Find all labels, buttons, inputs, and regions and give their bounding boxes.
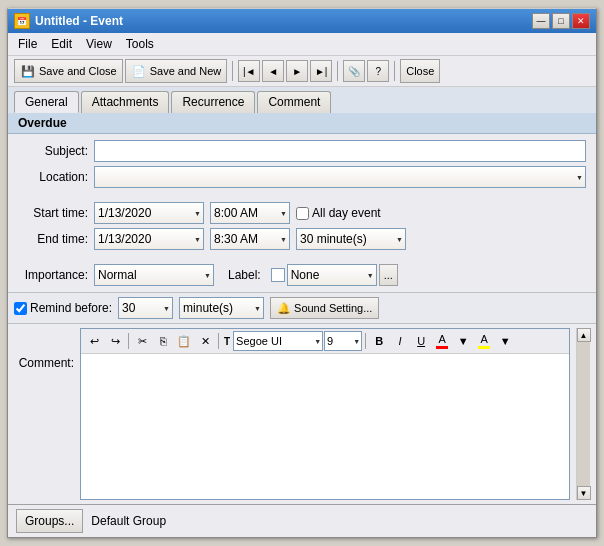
italic-button[interactable]: I: [390, 331, 410, 351]
label-browse-button[interactable]: ...: [379, 264, 398, 286]
end-date-select[interactable]: 1/13/2020: [94, 228, 204, 250]
paste-button[interactable]: 📋: [174, 331, 194, 351]
scroll-thumb-area[interactable]: [577, 342, 590, 486]
start-date-select[interactable]: 1/13/2020: [94, 202, 204, 224]
save-close-button[interactable]: 💾 Save and Close: [14, 59, 123, 83]
editor-toolbar: ↩ ↪ ✂ ⎘ 📋 ✕ T Segoe UI: [81, 329, 569, 354]
remind-unit-select[interactable]: minute(s): [179, 297, 264, 319]
start-time-wrapper: 8:00 AM: [210, 202, 290, 224]
bold-button[interactable]: B: [369, 331, 389, 351]
font-color-dropdown[interactable]: ▼: [453, 331, 473, 351]
comment-textarea[interactable]: [81, 354, 569, 499]
remind-value-wrapper: 30: [118, 297, 173, 319]
save-new-button[interactable]: 📄 Save and New: [125, 59, 228, 83]
all-day-checkbox[interactable]: [296, 207, 309, 220]
all-day-label[interactable]: All day event: [296, 206, 381, 220]
font-name-select[interactable]: Segoe UI: [233, 331, 323, 351]
end-duration-select[interactable]: 30 minute(s): [296, 228, 406, 250]
window-title: Untitled - Event: [35, 14, 123, 28]
scroll-down-arrow[interactable]: ▼: [577, 486, 591, 500]
highlight-icon: A: [478, 333, 490, 349]
importance-label: Importance:: [18, 268, 88, 282]
save-close-label: Save and Close: [39, 65, 117, 77]
remind-label: Remind before:: [30, 301, 112, 315]
delete-button[interactable]: ✕: [195, 331, 215, 351]
label-select[interactable]: None: [287, 264, 377, 286]
highlight-dropdown[interactable]: ▼: [495, 331, 515, 351]
all-day-text: All day event: [312, 206, 381, 220]
label-label: Label:: [228, 268, 261, 282]
help-button[interactable]: ?: [367, 60, 389, 82]
font-size-wrapper: 9: [324, 331, 362, 351]
menu-edit[interactable]: Edit: [45, 35, 78, 53]
tab-attachments[interactable]: Attachments: [81, 91, 170, 113]
toolbar-sep-3: [394, 61, 395, 81]
title-bar: 📅 Untitled - Event — □ ✕: [8, 9, 596, 33]
label-control: None ...: [271, 264, 398, 286]
copy-button[interactable]: ⎘: [153, 331, 173, 351]
main-window: 📅 Untitled - Event — □ ✕ File Edit View …: [7, 8, 597, 538]
menu-tools[interactable]: Tools: [120, 35, 160, 53]
subject-input[interactable]: [94, 140, 586, 162]
start-time-select[interactable]: 8:00 AM: [210, 202, 290, 224]
scroll-up-arrow[interactable]: ▲: [577, 328, 591, 342]
editor-sep-3: [365, 333, 366, 349]
sound-label: Sound Setting...: [294, 302, 372, 314]
menu-file[interactable]: File: [12, 35, 43, 53]
start-time-row: Start time: 1/13/2020 8:00 AM All day ev…: [18, 202, 586, 224]
font-size-select[interactable]: 9: [324, 331, 362, 351]
font-color-bar: [436, 346, 448, 349]
location-select[interactable]: [94, 166, 586, 188]
remind-unit-wrapper: minute(s): [179, 297, 264, 319]
tab-general[interactable]: General: [14, 91, 79, 113]
save-close-icon: 💾: [20, 63, 36, 79]
end-time-select[interactable]: 8:30 AM: [210, 228, 290, 250]
toolbar: 💾 Save and Close 📄 Save and New |◄ ◄ ► ►…: [8, 56, 596, 87]
label-color-box: [271, 268, 285, 282]
save-new-icon: 📄: [131, 63, 147, 79]
underline-button[interactable]: U: [411, 331, 431, 351]
end-time-wrapper: 8:30 AM: [210, 228, 290, 250]
cut-button[interactable]: ✂: [132, 331, 152, 351]
label-wrapper: None: [287, 264, 377, 286]
end-time-row: End time: 1/13/2020 8:30 AM 30 minute(s): [18, 228, 586, 250]
redo-button[interactable]: ↪: [105, 331, 125, 351]
menu-view[interactable]: View: [80, 35, 118, 53]
group-name: Default Group: [91, 514, 166, 528]
nav-first-button[interactable]: |◄: [238, 60, 260, 82]
undo-button[interactable]: ↩: [84, 331, 104, 351]
location-label: Location:: [18, 170, 88, 184]
menu-bar: File Edit View Tools: [8, 33, 596, 56]
remind-checkbox-label[interactable]: Remind before:: [14, 301, 112, 315]
remind-checkbox[interactable]: [14, 302, 27, 315]
importance-select[interactable]: Normal: [94, 264, 214, 286]
attach-button[interactable]: 📎: [343, 60, 365, 82]
subject-row: Subject:: [18, 140, 586, 162]
minimize-button[interactable]: —: [532, 13, 550, 29]
title-bar-left: 📅 Untitled - Event: [14, 13, 123, 29]
remind-row: Remind before: 30 minute(s) 🔔 Sound Sett…: [8, 292, 596, 324]
highlight-bar: [478, 346, 490, 349]
font-color-button[interactable]: A: [432, 331, 452, 351]
restore-button[interactable]: □: [552, 13, 570, 29]
toolbar-sep-1: [232, 61, 233, 81]
save-new-label: Save and New: [150, 65, 222, 77]
nav-last-button[interactable]: ►|: [310, 60, 332, 82]
subject-label: Subject:: [18, 144, 88, 158]
comment-scrollbar[interactable]: ▲ ▼: [576, 328, 590, 500]
groups-button[interactable]: Groups...: [16, 509, 83, 533]
tab-recurrence[interactable]: Recurrence: [171, 91, 255, 113]
highlight-button[interactable]: A: [474, 331, 494, 351]
sound-setting-button[interactable]: 🔔 Sound Setting...: [270, 297, 379, 319]
close-window-button[interactable]: ✕: [572, 13, 590, 29]
nav-next-button[interactable]: ►: [286, 60, 308, 82]
comment-section: Comment: ↩ ↪ ✂ ⎘ 📋 ✕ T Segoe UI: [8, 324, 596, 504]
section-header: Overdue: [8, 113, 596, 134]
font-icon: T: [224, 336, 230, 347]
end-time-label: End time:: [18, 232, 88, 246]
close-button[interactable]: Close: [400, 59, 440, 83]
importance-row: Importance: Normal Label: None ...: [18, 264, 586, 286]
remind-value-select[interactable]: 30: [118, 297, 173, 319]
tab-comment[interactable]: Comment: [257, 91, 331, 113]
nav-prev-button[interactable]: ◄: [262, 60, 284, 82]
